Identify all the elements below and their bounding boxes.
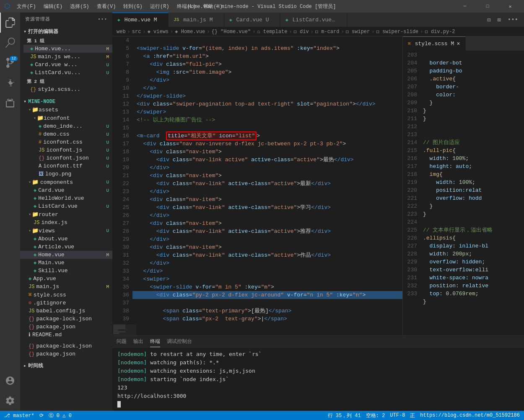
bc-template[interactable]: ⌂ template [257, 29, 287, 35]
bc-div[interactable]: ◻ div [294, 28, 309, 35]
more-icon[interactable]: ••• [505, 15, 521, 24]
cursor-position[interactable]: 行 35，列 41 [328, 412, 361, 419]
activity-extensions[interactable] [0, 93, 20, 113]
activity-explorer[interactable] [0, 13, 20, 33]
file-extra-package-json[interactable]: {} package.json [29, 350, 112, 358]
open-file-homevue[interactable]: ◈ Home.vue... M [23, 45, 112, 53]
indentation[interactable]: 空格: 2 [366, 412, 385, 419]
terminal-content[interactable]: [nodemon] to restart at any time, enter … [112, 348, 524, 411]
file-iconfont-json[interactable]: {} iconfont.json U [20, 154, 112, 162]
timeline-label[interactable]: ▸ 时间线 [20, 361, 112, 370]
file-main-vue[interactable]: ◈ Main.vue [20, 259, 112, 267]
git-branch[interactable]: ⎇ master* [4, 412, 34, 419]
terminal-tab-debug[interactable]: 调试控制台 [167, 336, 192, 347]
file-listcard-vue[interactable]: ◈ ListCard.vue U [20, 202, 112, 210]
group2-label[interactable]: 第 2 组 [23, 77, 112, 85]
menu-select[interactable]: 选择(S) [67, 2, 93, 11]
activity-scm[interactable]: 12 [0, 53, 20, 73]
tab-homevue[interactable]: ◈ Home.vue M × [112, 13, 169, 27]
terminal-tab-problems[interactable]: 问题 [117, 336, 127, 347]
mine-node-label[interactable]: ▾ MINE-NODE [20, 97, 112, 106]
bc-homevue-obj[interactable]: {} "Home.vue" [212, 29, 251, 35]
menu-run[interactable]: 运行(R) [147, 2, 173, 11]
folder-icon: 📁 [32, 227, 39, 234]
group1-label[interactable]: 第 1 组 [23, 36, 112, 45]
eol[interactable]: 正 [410, 412, 415, 419]
file-package-json[interactable]: {} package.json [20, 323, 112, 331]
sidebar-more-icon[interactable]: ••• [98, 17, 107, 22]
menu-goto[interactable]: 转到(G) [120, 2, 146, 11]
bc-views[interactable]: ◈ views [148, 28, 169, 35]
file-extra-package-lock[interactable]: {} package-lock.json [29, 342, 112, 350]
layout-icon[interactable]: ⊞ [495, 15, 503, 24]
activity-account[interactable] [0, 371, 20, 391]
file-router-index[interactable]: JS index.js [20, 219, 112, 227]
activity-search[interactable] [0, 33, 20, 53]
vue-icon: ◈ [30, 62, 33, 68]
file-demo-css[interactable]: # demo.css U [20, 130, 112, 138]
close-tab-icon[interactable]: × [457, 41, 460, 47]
open-editors-label[interactable]: ▾ 打开的编辑器 [20, 26, 112, 36]
open-file-mainjs[interactable]: JS main.js we... M [23, 53, 112, 61]
tab-label: style.scss M [415, 41, 454, 47]
close-button[interactable]: ✕ [501, 0, 520, 13]
folder-views[interactable]: ▾ 📁 views U [20, 227, 112, 235]
tab-mainjs[interactable]: JS main.js M × [169, 13, 224, 27]
file-app-vue[interactable]: ◈ App.vue [20, 275, 112, 283]
badge-u: U [106, 140, 109, 145]
file-iconfont-js[interactable]: JS iconfont.js U [20, 146, 112, 154]
file-helloworld-vue[interactable]: ◈ HelloWorld.vue [20, 194, 112, 202]
folder-icon: 📁 [32, 179, 39, 186]
file-about-vue[interactable]: ◈ About.vue [20, 235, 112, 243]
vscode-icon: ⬡ [4, 2, 10, 10]
file-article-vue[interactable]: ◈ Article.vue [20, 243, 112, 251]
file-home-vue[interactable]: ◈ Home.vue M [20, 251, 112, 259]
file-name: Home.vue [38, 252, 104, 258]
file-iconfont-ttf[interactable]: A iconfont.ttf U [20, 162, 112, 170]
tab-listcardvue[interactable]: ◈ ListCard.vue U × [280, 13, 348, 27]
folder-assets[interactable]: ▾ 📁 assets [20, 106, 112, 114]
open-file-cardvue[interactable]: ◈ Card.vue w... U [23, 61, 112, 69]
open-file-stylescss[interactable]: {} style.scss... [23, 85, 112, 93]
tab-cardvue[interactable]: ◈ Card.vue U × [224, 13, 280, 27]
bc-mcard[interactable]: ◻ m-card [315, 28, 340, 35]
sync-icon[interactable]: ⟳ [39, 412, 44, 419]
right-code-content[interactable]: 203204205206207 208209210211212 21321421… [403, 51, 524, 335]
errors-warnings[interactable]: ⓪ 0 △ 0 [49, 412, 72, 419]
terminal-tab-output[interactable]: 输出 [133, 336, 143, 347]
file-package-lock[interactable]: {} package-lock.json [20, 315, 112, 323]
minimize-button[interactable]: ─ [455, 0, 475, 13]
file-readme[interactable]: ℹ README.md [20, 331, 112, 339]
bc-divpy2[interactable]: ◻ div.py-2 [425, 28, 455, 35]
file-logo-png[interactable]: 🖼 logo.png [20, 170, 112, 178]
split-editor-icon[interactable]: ⊟ [485, 15, 493, 24]
maximize-button[interactable]: □ [478, 0, 497, 13]
open-file-listcardvue[interactable]: ◈ ListCard.vu... U [23, 69, 112, 77]
file-gitignore[interactable]: ⊙ .gitignore [20, 299, 112, 307]
bc-swiperslide[interactable]: ◻ swiper-slide [376, 28, 418, 35]
file-main-js[interactable]: JS main.js M [20, 283, 112, 291]
folder-iconfont[interactable]: ▾ 📁 iconfont [20, 114, 112, 122]
file-babel-config[interactable]: JS babel.config.js [20, 307, 112, 315]
file-iconfont-css[interactable]: # iconfont.css U [20, 138, 112, 146]
folder-components[interactable]: ▾ 📁 components U [20, 178, 112, 186]
bc-src[interactable]: src [132, 29, 141, 35]
encoding[interactable]: UTF-8 [390, 412, 405, 418]
file-style-scss[interactable]: ⌘ style.scss [20, 291, 112, 299]
bc-swiper[interactable]: ◻ swiper [346, 28, 370, 35]
bc-web[interactable]: web [117, 29, 126, 35]
tab-stylescss[interactable]: ⌘ style.scss M × [403, 36, 466, 51]
file-demo-index[interactable]: ◈ demo_inde... U [20, 122, 112, 130]
activity-debug[interactable] [0, 73, 20, 93]
terminal-tab-terminal[interactable]: 终端 [150, 336, 160, 347]
activity-settings[interactable] [0, 391, 20, 411]
file-card-vue[interactable]: ◈ Card.vue U [20, 186, 112, 194]
menu-edit[interactable]: 编辑(E) [40, 2, 66, 11]
badge-m: M [106, 54, 109, 59]
code-content[interactable]: 45678 910111213 1415161718 1920212223 24… [112, 36, 402, 324]
bc-homevue[interactable]: ◈ Home.vue [175, 28, 205, 35]
menu-file[interactable]: 文件(F) [13, 2, 39, 11]
menu-view[interactable]: 查看(V) [93, 2, 119, 11]
folder-router[interactable]: ▾ 📁 router [20, 210, 112, 219]
file-skill-vue[interactable]: ◈ Skill.vue [20, 267, 112, 275]
